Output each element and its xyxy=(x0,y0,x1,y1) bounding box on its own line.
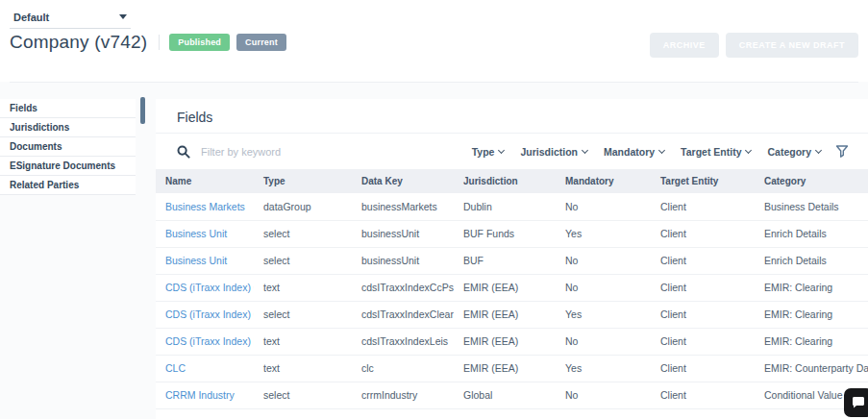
column-header-data-key[interactable]: Data Key xyxy=(352,169,454,193)
section-heading: Fields xyxy=(156,99,868,134)
sidebar-item-label: Documents xyxy=(10,141,62,152)
cell-mandatory: No xyxy=(556,193,651,220)
cell-jurisdiction: BUF xyxy=(454,247,556,274)
cell-data-key: clc xyxy=(352,355,454,382)
cell-target-entity: Client xyxy=(651,247,755,274)
cell-jurisdiction: EMIR (EEA) xyxy=(454,328,556,355)
cell-name-link[interactable]: CDS (iTraxx Index) Clearing... xyxy=(156,301,254,328)
cell-target-entity: Client xyxy=(651,328,755,355)
version-select-value: Default xyxy=(13,12,49,23)
sidebar-item-label: Fields xyxy=(10,103,37,113)
header-divider xyxy=(10,82,858,83)
cell-data-key: crrmIndustry xyxy=(352,382,454,408)
scrollbar-thumb[interactable] xyxy=(140,97,145,124)
sidebar-item[interactable]: ESignature Documents xyxy=(0,157,136,176)
column-header-category[interactable]: Category xyxy=(755,169,868,193)
filter-dropdown[interactable]: Category xyxy=(767,146,821,158)
chat-launcher-button[interactable] xyxy=(844,388,868,417)
cell-category: Business Details xyxy=(755,193,868,220)
title-row: Company (v742) Published Current xyxy=(10,32,293,53)
table-row[interactable]: Business Markets dataGroup businessMarke… xyxy=(156,193,868,220)
table-header: Name Type Data Key Jurisdiction Mandator… xyxy=(156,169,868,193)
cell-jurisdiction: EMIR (EEA) xyxy=(454,355,556,382)
header: Default Company (v742) Published Current… xyxy=(0,0,868,82)
caret-down-icon xyxy=(119,14,127,19)
chevron-down-icon xyxy=(745,147,752,154)
chevron-down-icon xyxy=(658,147,665,154)
sidebar-nav: Fields Jurisdictions Documents ESignatur… xyxy=(0,99,136,195)
filter-dropdown-label: Type xyxy=(472,146,495,158)
cell-target-entity: Client xyxy=(651,193,755,220)
title-separator xyxy=(159,35,160,50)
cell-name-link[interactable]: CRRM Industry xyxy=(156,382,254,408)
column-header-mandatory[interactable]: Mandatory xyxy=(556,169,651,193)
table-row[interactable]: Business Unit select businessUnit BUF Fu… xyxy=(156,220,868,247)
table-row[interactable]: CDS (iTraxx Index) Clearing... select cd… xyxy=(156,301,868,328)
sidebar-item[interactable]: Related Parties xyxy=(0,176,136,195)
table-row[interactable]: CLC text clc EMIR (EEA) Yes Client EMIR:… xyxy=(156,355,868,382)
cell-jurisdiction: Global xyxy=(454,382,556,408)
filter-dropdown[interactable]: Target Entity xyxy=(681,146,751,158)
cell-type: select xyxy=(254,247,352,274)
cell-jurisdiction: EMIR (EEA) xyxy=(454,274,556,301)
cell-category: Enrich Details xyxy=(755,247,868,274)
sidebar-item[interactable]: Fields xyxy=(0,99,136,118)
cell-type: select xyxy=(254,382,352,408)
filter-dropdown-label: Category xyxy=(767,146,811,158)
page-title: Company (v742) xyxy=(10,32,147,53)
table-row[interactable]: CDS (iTraxx Index) LEIs text cdsITraxxIn… xyxy=(156,328,868,355)
table-row[interactable]: CDS (iTraxx Index) CCPs text cdsITraxxIn… xyxy=(156,274,868,301)
sidebar-item[interactable]: Documents xyxy=(0,137,136,157)
filter-dropdown-label: Target Entity xyxy=(681,146,741,158)
cell-type: text xyxy=(254,355,352,382)
cell-data-key: businessMarkets xyxy=(352,193,454,220)
cell-category: EMIR: Clearing xyxy=(755,301,868,328)
column-header-type[interactable]: Type xyxy=(254,169,352,193)
cell-target-entity: Client xyxy=(651,220,755,247)
table-row[interactable]: Business Unit select businessUnit BUF No… xyxy=(156,247,868,274)
cell-mandatory: Yes xyxy=(556,355,651,382)
chat-bubble-icon xyxy=(851,395,866,410)
filter-dropdown[interactable]: Jurisdiction xyxy=(520,146,587,158)
version-select[interactable]: Default xyxy=(10,6,131,29)
cell-mandatory: No xyxy=(556,328,651,355)
cell-name-link[interactable]: CDS (iTraxx Index) CCPs xyxy=(156,274,254,301)
create-new-draft-button[interactable]: CREATE A NEW DRAFT xyxy=(726,33,858,58)
cell-category: EMIR: Clearing xyxy=(755,328,868,355)
cell-type: dataGroup xyxy=(254,193,352,220)
table-row[interactable]: CRRM Industry select crrmIndustry Global… xyxy=(156,382,868,408)
search-icon xyxy=(177,145,190,159)
filter-dropdown-label: Jurisdiction xyxy=(520,146,578,158)
cell-name-link[interactable]: CDS (iTraxx Index) LEIs xyxy=(156,328,254,355)
column-header-jurisdiction[interactable]: Jurisdiction xyxy=(454,169,556,193)
cell-data-key: businessUnit xyxy=(352,247,454,274)
column-header-name[interactable]: Name xyxy=(156,169,254,193)
table-body: Business Markets dataGroup businessMarke… xyxy=(156,193,868,408)
cell-jurisdiction: Dublin xyxy=(454,193,556,220)
cell-jurisdiction: BUF Funds xyxy=(454,220,556,247)
fields-table: Name Type Data Key Jurisdiction Mandator… xyxy=(156,169,868,409)
column-header-target-entity[interactable]: Target Entity xyxy=(651,169,755,193)
cell-mandatory: No xyxy=(556,274,651,301)
cell-name-link[interactable]: Business Unit xyxy=(156,247,254,274)
header-actions: ARCHIVE CREATE A NEW DRAFT xyxy=(650,33,858,58)
cell-name-link[interactable]: Business Markets xyxy=(156,193,254,220)
sidebar-item-label: ESignature Documents xyxy=(10,160,115,171)
search-input[interactable] xyxy=(201,146,456,158)
cell-data-key: cdsITraxxIndexClearingCate... xyxy=(352,301,454,328)
cell-type: select xyxy=(254,220,352,247)
filter-dropdown[interactable]: Type xyxy=(472,146,505,158)
cell-target-entity: Client xyxy=(651,382,755,408)
archive-button[interactable]: ARCHIVE xyxy=(650,33,719,58)
filter-funnel-icon[interactable] xyxy=(835,145,849,158)
filter-toolbar: Type Jurisdiction Mandatory Target Entit… xyxy=(156,134,868,169)
cell-name-link[interactable]: Business Unit xyxy=(156,220,254,247)
cell-data-key: businessUnit xyxy=(352,220,454,247)
cell-data-key: cdsITraxxIndexCcPs xyxy=(352,274,454,301)
sidebar-item[interactable]: Jurisdictions xyxy=(0,118,136,137)
filter-dropdown[interactable]: Mandatory xyxy=(604,146,664,158)
cell-name-link[interactable]: CLC xyxy=(156,355,254,382)
status-badge-published: Published xyxy=(169,34,230,51)
cell-mandatory: No xyxy=(556,382,651,408)
status-badge-current: Current xyxy=(236,34,286,51)
